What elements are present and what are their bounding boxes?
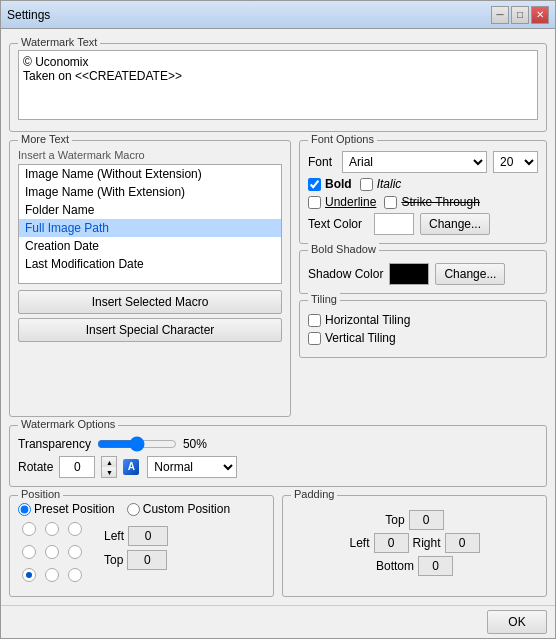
right-col: Font Options Font Arial Times New Roman … [299,140,547,417]
watermark-textarea[interactable]: © Uconomix Taken on <<CREATEDATE>> [18,50,538,120]
top-pos-label: Top [104,553,123,567]
left-pos-input[interactable] [128,526,168,546]
options-padding-row: Watermark Options Transparency 50% Rotat… [9,425,547,487]
transparency-label: Transparency [18,437,91,451]
minimize-button[interactable]: ─ [491,6,509,24]
spin-up-button[interactable]: ▲ [102,457,116,467]
list-item[interactable]: Image Name (With Extension) [19,183,281,201]
close-button[interactable]: ✕ [531,6,549,24]
pos-ml[interactable] [22,545,36,559]
macro-buttons: Insert Selected Macro Insert Special Cha… [18,290,282,342]
pos-br[interactable] [68,568,82,582]
position-bottom: Left Top [18,522,265,588]
style-row-2: Underline Strike Through [308,195,538,209]
shadow-group: Bold Shadow Shadow Color Change... [299,250,547,294]
tiling-group: Tiling Horizontal Tiling Vertical Tiling [299,300,547,358]
padding-label: Padding [291,488,337,500]
watermark-options-label: Watermark Options [18,418,118,430]
pos-tl[interactable] [22,522,36,536]
font-options-group: Font Options Font Arial Times New Roman … [299,140,547,244]
font-options-label: Font Options [308,133,377,145]
bottom-padding-input[interactable] [418,556,453,576]
position-padding-row: Position Preset Position Custom Position [9,495,547,597]
horizontal-tiling-item: Horizontal Tiling [308,313,538,327]
insert-macro-button[interactable]: Insert Selected Macro [18,290,282,314]
italic-label: Italic [377,177,402,191]
list-item[interactable]: Creation Date [19,237,281,255]
strikethrough-checkbox[interactable] [384,196,397,209]
watermark-text-label: Watermark Text [18,36,100,48]
watermark-options-group: Watermark Options Transparency 50% Rotat… [9,425,547,487]
preset-radio-item[interactable]: Preset Position [18,502,115,516]
shadow-color-label: Shadow Color [308,267,383,281]
change-shadow-color-button[interactable]: Change... [435,263,505,285]
maximize-button[interactable]: □ [511,6,529,24]
shadow-label: Bold Shadow [308,243,379,255]
macro-list[interactable]: Image Name (Without Extension) Image Nam… [18,164,282,284]
top-padding-input[interactable] [409,510,444,530]
pos-tr[interactable] [68,522,82,536]
pos-tc[interactable] [45,522,59,536]
font-select[interactable]: Arial Times New Roman Verdana [342,151,487,173]
more-text-label: More Text [18,133,72,145]
custom-radio[interactable] [127,503,140,516]
size-select[interactable]: 20 12 14 16 24 36 [493,151,538,173]
top-padding-row: Top [385,510,443,530]
strikethrough-label: Strike Through [401,195,480,209]
italic-checkbox-item: Italic [360,177,402,191]
tiling-label: Tiling [308,293,340,305]
normal-select[interactable]: Normal Horizontal Vertical [147,456,237,478]
text-color-row: Text Color Change... [308,213,538,235]
top-pos-input[interactable] [127,550,167,570]
list-item[interactable]: Full Image Path [19,219,281,237]
rotate-row: Rotate ▲ ▼ A Normal Horizontal Vertical [18,456,538,478]
pos-bl[interactable] [22,568,36,582]
italic-checkbox[interactable] [360,178,373,191]
shadow-color-box[interactable] [389,263,429,285]
right-padding-label: Right [413,536,441,550]
top-input-row: Top [104,550,168,570]
custom-pos-inputs: Left Top [104,522,168,588]
pos-mc[interactable] [45,545,59,559]
vertical-tiling-checkbox[interactable] [308,332,321,345]
transparency-slider[interactable] [97,436,177,452]
pos-mr[interactable] [68,545,82,559]
custom-radio-item[interactable]: Custom Position [127,502,230,516]
window-title: Settings [7,8,50,22]
bottom-padding-label: Bottom [376,559,414,573]
spin-down-button[interactable]: ▼ [102,467,116,477]
more-text-col: More Text Insert a Watermark Macro Image… [9,140,291,417]
pos-bc[interactable] [45,568,59,582]
underline-checkbox[interactable] [308,196,321,209]
strikethrough-checkbox-item: Strike Through [384,195,480,209]
insert-char-button[interactable]: Insert Special Character [18,318,282,342]
middle-padding-row: Left Right [349,533,479,553]
text-color-box[interactable] [374,213,414,235]
bold-label: Bold [325,177,352,191]
list-item[interactable]: Image Name (Without Extension) [19,165,281,183]
main-window: Settings ─ □ ✕ Watermark Text © Uconomix… [0,0,556,639]
middle-section: More Text Insert a Watermark Macro Image… [9,140,547,417]
position-group: Position Preset Position Custom Position [9,495,274,597]
bold-checkbox-item: Bold [308,177,352,191]
bold-checkbox[interactable] [308,178,321,191]
rotate-input[interactable] [59,456,95,478]
font-row: Font Arial Times New Roman Verdana 20 12… [308,151,538,173]
horizontal-tiling-checkbox[interactable] [308,314,321,327]
shadow-color-row: Shadow Color Change... [308,263,538,285]
watermark-text-group: Watermark Text © Uconomix Taken on <<CRE… [9,43,547,132]
macro-group-label: Insert a Watermark Macro [18,149,282,161]
style-row-1: Bold Italic [308,177,538,191]
left-padding-input[interactable] [374,533,409,553]
left-pos-label: Left [104,529,124,543]
vertical-tiling-item: Vertical Tiling [308,331,538,345]
right-padding-input[interactable] [445,533,480,553]
list-item[interactable]: Folder Name [19,201,281,219]
ok-button[interactable]: OK [487,610,547,634]
custom-label: Custom Position [143,502,230,516]
preset-radio[interactable] [18,503,31,516]
left-input-row: Left [104,526,168,546]
change-text-color-button[interactable]: Change... [420,213,490,235]
text-icon: A [123,459,139,475]
list-item[interactable]: Last Modification Date [19,255,281,273]
